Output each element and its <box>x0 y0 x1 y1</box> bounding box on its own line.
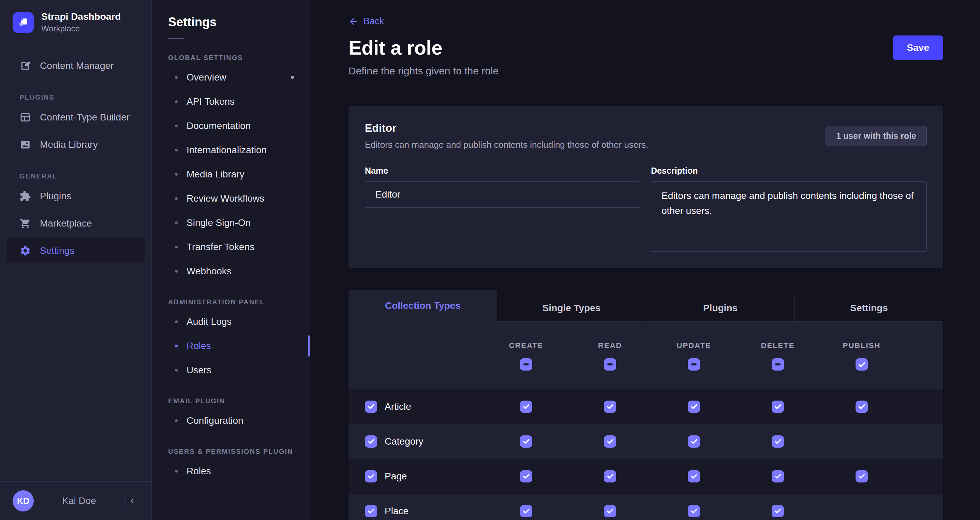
sidebar-item-media-library[interactable]: Media Library <box>7 132 145 157</box>
tab-single-types[interactable]: Single Types <box>497 295 646 321</box>
subnav-item-overview[interactable]: Overview <box>152 65 310 89</box>
permission-cell <box>652 400 736 413</box>
place-update-checkbox[interactable] <box>688 505 700 517</box>
permission-cell <box>736 400 820 413</box>
tab-collection-types[interactable]: Collection Types <box>348 290 497 321</box>
header-column-publish: PUBLISH <box>820 340 904 370</box>
category-create-checkbox[interactable] <box>520 435 532 448</box>
subnav-item-api-tokens[interactable]: API Tokens <box>152 89 310 113</box>
sidebar-item-content-manager[interactable]: Content Manager <box>7 53 145 78</box>
subnav-item-review-workflows[interactable]: Review Workflows <box>152 186 310 211</box>
article-publish-checkbox[interactable] <box>856 400 868 413</box>
table-row-page: Page <box>348 459 943 494</box>
page-update-checkbox[interactable] <box>688 470 700 482</box>
page-publish-checkbox[interactable] <box>856 470 868 482</box>
bullet-icon <box>175 76 178 79</box>
subnav-item-internationalization[interactable]: Internationalization <box>152 138 310 162</box>
page-delete-checkbox[interactable] <box>772 470 784 482</box>
bullet-icon <box>175 246 178 249</box>
main-sidebar: Strapi Dashboard Workplace Content Manag… <box>0 0 152 520</box>
place-select-checkbox[interactable] <box>365 505 377 517</box>
users-with-role-button[interactable]: 1 user with this role <box>826 126 927 147</box>
strapi-logo-icon <box>13 12 34 33</box>
role-name-input[interactable] <box>365 181 640 208</box>
article-select-checkbox[interactable] <box>365 400 377 413</box>
bullet-icon <box>175 100 178 103</box>
column-header-label: DELETE <box>761 341 795 350</box>
page-select-checkbox[interactable] <box>365 470 377 482</box>
check-icon <box>606 402 614 411</box>
subnav-item-label: Internationalization <box>186 145 267 156</box>
page-create-checkbox[interactable] <box>520 470 532 482</box>
check-icon <box>522 472 531 480</box>
select-all-delete-checkbox[interactable] <box>772 358 784 370</box>
name-field-label: Name <box>365 166 640 176</box>
permission-cell <box>568 505 652 517</box>
header-column-create: CREATE <box>484 340 568 370</box>
sidebar-item-plugins[interactable]: Plugins <box>7 183 145 209</box>
subnav-item-users[interactable]: Users <box>152 358 310 382</box>
subnav-item-documentation[interactable]: Documentation <box>152 113 310 138</box>
subnav-title: Settings <box>168 15 310 29</box>
article-read-checkbox[interactable] <box>604 400 616 413</box>
sidebar-item-label: Content Manager <box>40 61 113 71</box>
subnav-item-configuration[interactable]: Configuration <box>152 408 310 433</box>
place-read-checkbox[interactable] <box>604 505 616 517</box>
workspace-subtitle: Workplace <box>41 24 121 33</box>
tab-plugins[interactable]: Plugins <box>646 295 794 321</box>
table-row-category: Category <box>348 424 943 459</box>
article-update-checkbox[interactable] <box>688 400 700 413</box>
subnav-item-media-library[interactable]: Media Library <box>152 162 310 186</box>
check-icon <box>606 472 614 480</box>
arrow-left-icon <box>348 16 359 27</box>
check-icon <box>367 402 375 411</box>
subnav-item-transfer-tokens[interactable]: Transfer Tokens <box>152 235 310 259</box>
bullet-icon <box>175 124 178 127</box>
subnav-item-label: Media Library <box>186 169 245 180</box>
check-icon <box>774 507 782 515</box>
collapse-sidebar-button[interactable]: ‹ <box>124 493 140 509</box>
select-all-read-checkbox[interactable] <box>604 358 616 370</box>
subnav-section-label: GLOBAL SETTINGS <box>168 54 310 62</box>
nav-section-label: GENERAL <box>19 172 151 180</box>
sidebar-item-label: Media Library <box>40 139 98 150</box>
sidebar-item-label: Plugins <box>40 191 71 202</box>
permission-cell <box>484 435 568 448</box>
user-avatar[interactable]: KD <box>13 490 34 512</box>
category-read-checkbox[interactable] <box>604 435 616 448</box>
sidebar-item-content-type-builder[interactable]: Content-Type Builder <box>7 105 145 130</box>
check-icon <box>690 507 698 515</box>
subnav-item-single-sign-on[interactable]: Single Sign-On <box>152 211 310 235</box>
page-title: Edit a role <box>348 36 943 59</box>
save-button[interactable]: Save <box>893 35 943 60</box>
permission-cell <box>820 400 904 413</box>
subnav-item-roles[interactable]: Roles <box>152 334 310 358</box>
select-all-create-checkbox[interactable] <box>520 358 532 370</box>
category-update-checkbox[interactable] <box>688 435 700 448</box>
article-delete-checkbox[interactable] <box>772 400 784 413</box>
subnav-item-webhooks[interactable]: Webhooks <box>152 259 310 283</box>
subnav-item-roles[interactable]: Roles <box>152 459 310 483</box>
back-link[interactable]: Back <box>348 16 384 27</box>
header-column-read: READ <box>568 340 652 370</box>
sidebar-item-settings[interactable]: Settings <box>7 238 145 263</box>
select-all-publish-checkbox[interactable] <box>856 358 868 370</box>
category-delete-checkbox[interactable] <box>772 435 784 448</box>
check-icon <box>606 437 614 446</box>
category-select-checkbox[interactable] <box>365 435 377 448</box>
subnav-item-label: Configuration <box>186 415 243 426</box>
permission-cell <box>484 505 568 517</box>
column-header-label: PUBLISH <box>843 341 881 350</box>
place-create-checkbox[interactable] <box>520 505 532 517</box>
page-read-checkbox[interactable] <box>604 470 616 482</box>
select-all-update-checkbox[interactable] <box>688 358 700 370</box>
permissions-tabs: Collection TypesSingle TypesPluginsSetti… <box>348 290 943 321</box>
workspace-brand[interactable]: Strapi Dashboard Workplace <box>0 0 151 45</box>
role-description-input[interactable]: Editors can manage and publish contents … <box>651 181 927 252</box>
subnav-item-label: Documentation <box>186 120 251 131</box>
sidebar-item-marketplace[interactable]: Marketplace <box>7 211 145 236</box>
tab-settings[interactable]: Settings <box>794 295 943 321</box>
subnav-item-audit-logs[interactable]: Audit Logs <box>152 309 310 334</box>
place-delete-checkbox[interactable] <box>772 505 784 517</box>
article-create-checkbox[interactable] <box>520 400 532 413</box>
